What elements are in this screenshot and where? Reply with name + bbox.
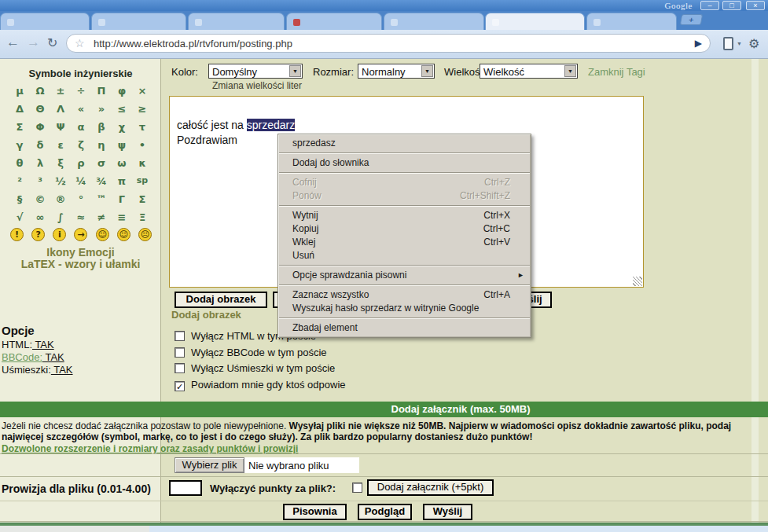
symbol[interactable]: γ (9, 139, 30, 152)
symbol[interactable]: ≈ (71, 211, 91, 224)
tab[interactable] (0, 13, 90, 30)
symbol[interactable]: χ (112, 121, 132, 134)
symbol[interactable]: ™ (91, 193, 112, 206)
spellcheck-button[interactable]: Pisownia (283, 504, 347, 520)
page-actions-caret-icon[interactable]: ▼ (737, 41, 742, 46)
maximize-icon[interactable]: □ (722, 1, 741, 10)
minimize-icon[interactable]: – (700, 1, 719, 10)
chevron-down-icon[interactable]: ▼ (564, 65, 576, 77)
page-actions-icon[interactable] (723, 37, 733, 50)
submit-button[interactable]: Wyślij (423, 504, 472, 520)
symbol[interactable]: λ (30, 157, 50, 170)
smile-icon[interactable]: ☺ (117, 228, 130, 241)
wrench-icon[interactable]: ⚙ (748, 36, 759, 51)
question-icon[interactable]: ? (31, 228, 45, 241)
chevron-down-icon[interactable]: ▼ (289, 65, 301, 77)
symbol[interactable]: • (132, 139, 152, 152)
symbol[interactable]: ≥ (132, 103, 152, 116)
close-tags-link[interactable]: Zamknij Tagi (588, 66, 645, 78)
symbol[interactable]: ¾ (91, 175, 112, 188)
tab-active[interactable] (485, 13, 585, 30)
symbol[interactable]: ξ (50, 157, 71, 170)
symbol[interactable]: ± (50, 85, 71, 97)
symbol[interactable]: ζ (71, 139, 91, 152)
sad-icon[interactable]: ☹ (138, 228, 152, 241)
symbol[interactable]: ω (112, 157, 132, 170)
symbol[interactable]: π (112, 175, 132, 188)
new-tab-button[interactable]: + (680, 14, 703, 25)
checkbox-checked[interactable]: ✓ (175, 381, 185, 391)
symbol[interactable]: Σ (132, 193, 152, 206)
forward-icon[interactable]: → (27, 35, 40, 50)
checkbox[interactable] (175, 331, 185, 341)
symbol[interactable]: δ (30, 139, 50, 152)
option-value-link[interactable]: TAK (32, 339, 54, 350)
tab[interactable] (286, 13, 382, 30)
tab[interactable] (384, 13, 484, 30)
symbol[interactable]: ρ (71, 157, 91, 170)
option-value-link[interactable]: TAK (42, 351, 64, 363)
exclamation-icon[interactable]: ! (10, 228, 24, 241)
symbol[interactable]: µ (9, 85, 30, 97)
menu-item[interactable]: Wyszukaj hasło sprzedarz w witrynie Goog… (278, 302, 531, 315)
symbol[interactable]: ≡ (112, 211, 132, 224)
idea-icon[interactable]: i (53, 228, 66, 241)
symbol[interactable]: ¼ (71, 175, 91, 188)
symbol[interactable]: Σ (9, 121, 30, 134)
symbol[interactable]: Ω (30, 85, 50, 97)
symbol[interactable]: © (30, 193, 50, 206)
symbol[interactable]: φ (112, 85, 132, 97)
symbol[interactable]: ε (50, 139, 71, 152)
option-label-link[interactable]: BBCode: (2, 351, 42, 363)
choose-file-button[interactable]: Wybierz plik (175, 457, 244, 473)
symbol[interactable]: ° (71, 193, 91, 206)
checkbox[interactable] (175, 347, 185, 358)
bookmark-star-icon[interactable]: ☆ (75, 37, 85, 50)
browser-titlebar[interactable]: Google – □ × (0, 0, 768, 11)
chevron-down-icon[interactable]: ▼ (421, 65, 433, 77)
symbol[interactable]: σ (91, 157, 112, 170)
menu-item[interactable]: Usuń (278, 249, 531, 262)
menu-item[interactable]: WklejCtrl+V (278, 236, 531, 249)
symbol[interactable]: κ (132, 157, 152, 170)
symbol[interactable]: ψ (112, 139, 132, 152)
symbol[interactable]: ≤ (112, 103, 132, 116)
back-icon[interactable]: ← (6, 35, 20, 50)
size-select[interactable]: Normalny ▼ (358, 64, 435, 79)
symbol[interactable]: ∞ (30, 211, 50, 224)
symbol[interactable]: ∫ (50, 211, 71, 224)
symbol[interactable]: ² (9, 175, 30, 188)
reload-icon[interactable]: ↻ (47, 35, 57, 50)
commission-input[interactable] (169, 480, 202, 496)
symbol[interactable]: » (91, 103, 112, 116)
symbol[interactable]: sp (132, 175, 152, 188)
add-attachment-button[interactable]: Dodaj załącznik (+5pkt) (367, 479, 494, 496)
menu-item[interactable]: KopiujCtrl+C (278, 222, 531, 236)
symbol[interactable]: × (132, 85, 152, 97)
menu-item[interactable]: sprzedasz (278, 137, 531, 150)
latex-link[interactable]: LaTEX - wzory i ułamki (0, 258, 161, 270)
close-icon[interactable]: × (746, 1, 765, 10)
symbol[interactable]: « (71, 103, 91, 116)
symbol[interactable]: θ (9, 157, 30, 170)
symbol[interactable]: Ξ (132, 211, 152, 224)
url-text[interactable]: http://www.elektroda.pl/rtvforum/posting… (94, 38, 292, 50)
symbol[interactable]: ½ (50, 175, 71, 188)
symbol[interactable]: Θ (30, 103, 50, 116)
resize-grip[interactable] (633, 277, 642, 286)
tab[interactable] (188, 13, 285, 30)
symbol[interactable]: τ (132, 121, 152, 134)
add-image-link[interactable]: Dodaj obrazek (171, 309, 241, 321)
disable-points-checkbox[interactable] (352, 482, 362, 493)
symbol[interactable]: ÷ (71, 85, 91, 97)
grin-icon[interactable]: ☺ (96, 228, 109, 241)
preview-button[interactable]: Podgląd (358, 504, 412, 520)
symbol[interactable]: § (9, 193, 30, 206)
tab[interactable] (586, 13, 677, 30)
menu-item[interactable]: WytnijCtrl+X (278, 209, 531, 222)
symbol[interactable]: Π (91, 85, 112, 97)
color-select[interactable]: Domyślny ▼ (208, 64, 303, 79)
add-image-button[interactable]: Dodaj obrazek (175, 292, 267, 308)
arrow-icon[interactable]: → (74, 228, 87, 241)
attachment-rules-link[interactable]: Dozwolone rozszerzenie i rozmiary oraz z… (2, 443, 766, 454)
